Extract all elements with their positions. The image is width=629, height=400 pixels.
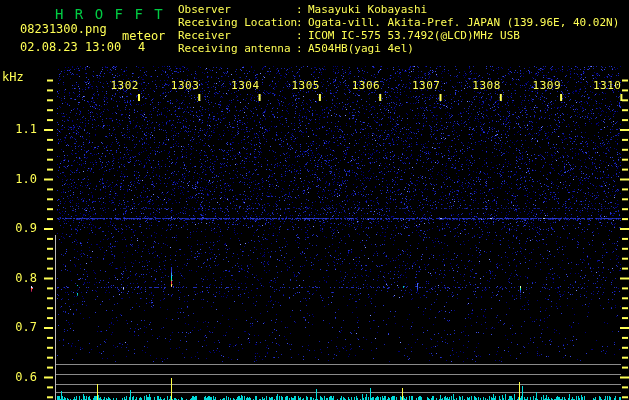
time-axis-label: 1310 xyxy=(587,79,621,92)
output-filename: 08231300.png xyxy=(20,22,107,36)
freq-axis-label: 0.6 xyxy=(0,370,37,384)
info-value: ICOM IC-575 53.7492(@LCD)MHz USB xyxy=(308,29,520,42)
info-label: Receiving antenna xyxy=(178,42,296,55)
freq-axis-label: 0.8 xyxy=(0,271,37,285)
freq-axis-unit-label: kHz xyxy=(2,70,24,84)
time-axis-label: 1302 xyxy=(105,79,139,92)
hrofft-screen: H R O F F T 08231300.png meteor 02.08.23… xyxy=(0,0,629,400)
freq-axis-label: 0.7 xyxy=(0,320,37,334)
freq-axis-label: 1.1 xyxy=(0,122,37,136)
info-separator: : xyxy=(296,29,308,42)
spectrogram-canvas xyxy=(0,0,629,400)
station-info-row: Observer:Masayuki Kobayashi xyxy=(178,3,619,16)
time-axis-label: 1306 xyxy=(346,79,380,92)
station-info-row: Receiver:ICOM IC-575 53.7492(@LCD)MHz US… xyxy=(178,29,619,42)
info-label: Receiver xyxy=(178,29,296,42)
info-value: A504HB(yagi 4el) xyxy=(308,42,414,55)
info-value: Masayuki Kobayashi xyxy=(308,3,427,16)
time-axis-label: 1305 xyxy=(286,79,320,92)
info-separator: : xyxy=(296,42,308,55)
info-label: Receiving Location xyxy=(178,16,296,29)
time-axis-label: 1309 xyxy=(527,79,561,92)
freq-axis-label: 1.0 xyxy=(0,172,37,186)
station-info-row: Receiving Location:Ogata-vill. Akita-Pre… xyxy=(178,16,619,29)
info-value: Ogata-vill. Akita-Pref. JAPAN (139.96E, … xyxy=(308,16,619,29)
station-info-block: Observer:Masayuki KobayashiReceiving Loc… xyxy=(178,3,619,55)
station-info-row: Receiving antenna:A504HB(yagi 4el) xyxy=(178,42,619,55)
info-separator: : xyxy=(296,16,308,29)
time-axis-label: 1304 xyxy=(226,79,260,92)
app-title: H R O F F T xyxy=(55,6,164,22)
time-axis-label: 1307 xyxy=(407,79,441,92)
observation-datetime: 02.08.23 13:00 xyxy=(20,40,121,54)
info-separator: : xyxy=(296,3,308,16)
meteor-count: 4 xyxy=(138,40,145,54)
time-axis-label: 1303 xyxy=(165,79,199,92)
freq-axis-label: 0.9 xyxy=(0,221,37,235)
info-label: Observer xyxy=(178,3,296,16)
time-axis-label: 1308 xyxy=(467,79,501,92)
